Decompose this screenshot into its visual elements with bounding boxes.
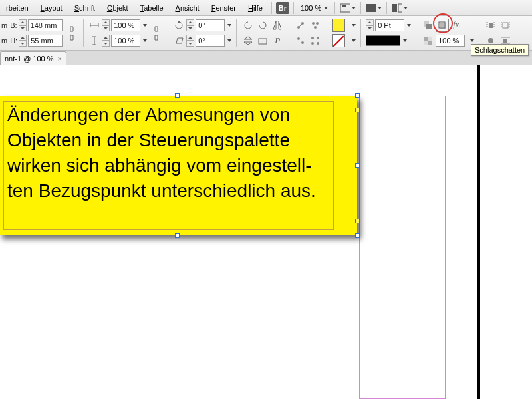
control-panel: m m B: 148 mm H: 55 mm 100 % 100 % (0, 16, 532, 51)
page-edge (477, 65, 480, 399)
select-previous-icon[interactable] (309, 19, 322, 32)
scale-x-field[interactable]: 100 % (111, 19, 140, 31)
opacity-icon (421, 34, 434, 47)
separator (168, 19, 168, 47)
menu-layout[interactable]: Layout (36, 3, 67, 13)
svg-rect-3 (392, 4, 397, 12)
fill-swatch[interactable] (332, 19, 345, 32)
menu-separator (360, 2, 361, 14)
chevron-down-icon[interactable] (470, 39, 474, 42)
opacity-field[interactable]: 100 % (436, 35, 465, 47)
flip-v-icon[interactable] (241, 34, 255, 47)
svg-rect-20 (440, 23, 446, 29)
shear-field[interactable]: 0° (196, 35, 225, 47)
menu-fenster[interactable]: Fenster (207, 3, 241, 13)
svg-point-10 (314, 26, 317, 29)
constrain-proportions-icon[interactable] (65, 27, 78, 40)
screen-mode-button[interactable] (365, 1, 382, 15)
view-options-button[interactable] (339, 1, 356, 15)
separator (236, 19, 237, 47)
bridge-icon[interactable]: Br (276, 2, 289, 14)
select-next-icon[interactable] (294, 34, 307, 47)
height-stepper[interactable] (19, 35, 27, 47)
stroke-style-swatch[interactable] (366, 35, 400, 46)
wrap-none-icon[interactable] (484, 19, 497, 32)
select-content-icon[interactable] (294, 19, 307, 32)
menu-schrift[interactable]: Schrift (70, 3, 100, 13)
svg-rect-4 (398, 4, 402, 12)
shear-icon (173, 35, 185, 47)
unit-label: m (1, 21, 7, 29)
scale-y-stepper[interactable] (102, 35, 110, 47)
document-tab-bar: nnt-1 @ 100 % × (0, 51, 532, 65)
fill-stroke-column (332, 17, 356, 49)
effects-column: fx. 100 % (421, 17, 474, 49)
height-field[interactable]: 55 mm (28, 35, 63, 47)
flip-h-icon[interactable] (271, 19, 284, 32)
width-label: B: (10, 21, 17, 29)
menu-bar: rbeiten Layout Schrift Objekt Tabelle An… (0, 0, 532, 16)
strokeweight-field[interactable]: 0 Pt (375, 19, 404, 31)
svg-rect-23 (428, 41, 432, 45)
scale-y-icon (88, 35, 100, 47)
menu-hilfe[interactable]: Hilfe (243, 3, 267, 13)
chevron-down-icon[interactable] (352, 24, 356, 27)
chevron-down-icon (403, 39, 407, 42)
menu-objekt[interactable]: Objekt (102, 3, 133, 13)
select-container-icon[interactable] (256, 34, 269, 47)
scale-x-stepper[interactable] (102, 19, 110, 31)
shear-stepper[interactable] (186, 35, 194, 47)
document-canvas[interactable]: Änderungen der Abmesungen von Objekten i… (0, 65, 532, 399)
chevron-down-icon (407, 24, 411, 27)
svg-rect-2 (366, 4, 376, 12)
drop-shadow-button[interactable] (436, 19, 449, 32)
apply-effect-icon[interactable] (421, 19, 434, 32)
stroke-swatch[interactable] (332, 34, 345, 47)
rotate-cw-icon[interactable] (256, 19, 269, 32)
strokeweight-stepper[interactable] (366, 19, 374, 31)
selected-text-frame[interactable]: Änderungen der Abmesungen von Objekten i… (0, 96, 357, 235)
chevron-down-icon (143, 39, 147, 42)
svg-point-15 (311, 42, 314, 45)
unit-column: m m (1, 17, 7, 49)
chevron-down-icon (378, 7, 382, 9)
wrap-bbox-icon[interactable] (499, 19, 512, 32)
text-frame-content[interactable]: Änderungen der Abmesungen von Objekten i… (0, 96, 357, 210)
fx-menu-icon[interactable]: fx. (450, 19, 464, 32)
menu-separator (386, 2, 387, 14)
rotate-field[interactable]: 0° (196, 19, 225, 31)
tooltip-text: Schlagschatten (475, 46, 525, 54)
separator (360, 19, 361, 47)
select-last-icon[interactable] (309, 34, 322, 47)
svg-point-26 (488, 38, 493, 43)
menu-edit[interactable]: rbeiten (1, 3, 33, 13)
paragraph-mode-icon[interactable]: P (271, 34, 284, 47)
width-stepper[interactable] (19, 19, 27, 31)
rotate-ccw-icon[interactable] (241, 19, 255, 32)
rotate-stepper[interactable] (186, 19, 194, 31)
menu-separator (293, 2, 294, 14)
hierarchy-column (294, 17, 322, 49)
separator (416, 19, 416, 47)
svg-point-9 (316, 22, 319, 25)
svg-rect-5 (259, 39, 267, 44)
width-field[interactable]: 148 mm (28, 19, 63, 31)
rotate-icon (173, 19, 185, 31)
tooltip: Schlagschatten (471, 44, 529, 56)
zoom-combo[interactable]: 100 % (298, 3, 331, 13)
menu-separator (334, 2, 335, 14)
arrange-docs-button[interactable] (391, 1, 408, 15)
document-tab[interactable]: nnt-1 @ 100 % × (0, 51, 66, 65)
close-icon[interactable]: × (58, 55, 62, 63)
chevron-down-icon[interactable] (352, 39, 356, 42)
constrain-scale-icon[interactable] (150, 27, 163, 40)
menu-ansicht[interactable]: Ansicht (171, 3, 204, 13)
chevron-down-icon (352, 7, 356, 9)
chevron-down-icon (227, 39, 231, 42)
menu-tabelle[interactable]: Tabelle (136, 3, 168, 13)
separator (83, 19, 84, 47)
svg-point-12 (301, 41, 304, 44)
scale-y-field[interactable]: 100 % (111, 35, 140, 47)
svg-rect-1 (342, 5, 346, 7)
svg-rect-24 (489, 23, 493, 28)
